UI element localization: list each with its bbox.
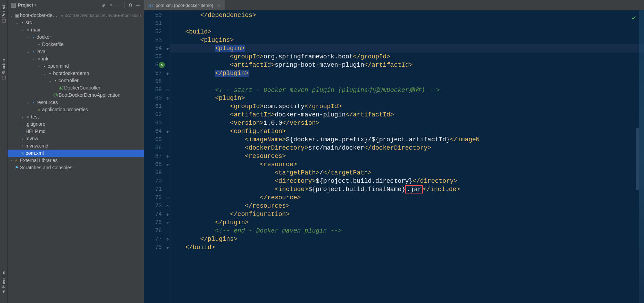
- file-tab-pom[interactable]: m pom.xml (boot-docker-demo) ×: [144, 0, 225, 10]
- editor-code[interactable]: ✔ </dependencies> <build> <plugins> <plu…: [170, 10, 644, 303]
- fold-icon[interactable]: ⊖: [166, 129, 169, 134]
- code-line[interactable]: <include>${project.build.finalName}.jar<…: [170, 185, 644, 193]
- code-line[interactable]: <plugin>: [170, 44, 644, 53]
- code-line[interactable]: <plugins>: [170, 36, 644, 44]
- code-line[interactable]: </resource>: [170, 193, 644, 202]
- tree-item[interactable]: ⏍External Libraries: [8, 157, 144, 164]
- fold-icon[interactable]: ⊖: [166, 204, 169, 208]
- tree-arrow-icon[interactable]: [26, 48, 30, 55]
- code-line[interactable]: <resources>: [170, 152, 644, 160]
- fold-icon[interactable]: ⊖: [166, 154, 169, 159]
- code-line[interactable]: </resources>: [170, 202, 644, 210]
- code-line[interactable]: <artifactId>docker-maven-plugin</artifac…: [170, 111, 644, 119]
- gutter-line[interactable]: 56↻: [144, 61, 170, 69]
- code-line[interactable]: [170, 77, 644, 86]
- fold-icon[interactable]: ⊖: [166, 245, 169, 250]
- tree-item[interactable]: ▫application.properties: [8, 106, 144, 113]
- code-line[interactable]: <directory>${project.build.directory}</d…: [170, 177, 644, 185]
- gutter-line[interactable]: 71: [144, 185, 170, 193]
- code-line[interactable]: </plugin>: [170, 218, 644, 227]
- gutter-line[interactable]: 60⊖: [144, 94, 170, 102]
- tree-item[interactable]: ▫.gitignore: [8, 121, 144, 128]
- gutter-line[interactable]: 73⊖: [144, 202, 170, 210]
- code-line[interactable]: </build>: [170, 243, 644, 252]
- fold-icon[interactable]: ⊖: [166, 88, 169, 92]
- gutter-line[interactable]: 62: [144, 111, 170, 119]
- tree-arrow-icon[interactable]: [26, 34, 30, 41]
- locate-icon[interactable]: ⊕: [100, 2, 106, 8]
- tree-arrow-icon[interactable]: [26, 99, 30, 106]
- tree-arrow-icon[interactable]: [9, 157, 14, 164]
- tree-item[interactable]: ▪docker: [8, 34, 144, 41]
- code-line[interactable]: <plugin>: [170, 94, 644, 102]
- tree-item[interactable]: ▫mvnw: [8, 135, 144, 142]
- tree-arrow-icon[interactable]: [14, 19, 19, 26]
- code-line[interactable]: [170, 19, 644, 28]
- gutter-line[interactable]: 66: [144, 144, 170, 152]
- code-line[interactable]: <!-- start - Docker maven plugin (plugin…: [170, 86, 644, 94]
- tree-item[interactable]: ▪main: [8, 26, 144, 34]
- gutter-line[interactable]: 51: [144, 19, 170, 28]
- gutter-line[interactable]: 76: [144, 227, 170, 235]
- gutter-line[interactable]: 68⊖: [144, 160, 170, 169]
- gutter-line[interactable]: 61: [144, 102, 170, 111]
- tree-item[interactable]: ▪java: [8, 48, 144, 55]
- hide-panel-icon[interactable]: —: [135, 2, 141, 8]
- code-line[interactable]: <!-- end - Docker maven plugin -->: [170, 227, 644, 235]
- code-line[interactable]: <groupId>com.spotify</groupId>: [170, 102, 644, 111]
- tree-item[interactable]: ⓒBootDockerDemoApplication: [8, 92, 144, 99]
- fold-icon[interactable]: ⊖: [166, 162, 169, 167]
- gutter-line[interactable]: 55: [144, 53, 170, 61]
- tree-arrow-icon[interactable]: [20, 113, 25, 121]
- fold-icon[interactable]: ⊖: [166, 237, 169, 242]
- close-tab-icon[interactable]: ×: [217, 2, 220, 8]
- tree-arrow-icon[interactable]: [42, 70, 47, 77]
- tree-item[interactable]: ▪src: [8, 19, 144, 26]
- code-line[interactable]: <configuration>: [170, 127, 644, 135]
- tree-item[interactable]: ▫mvnw.cmd: [8, 142, 144, 150]
- project-tree[interactable]: ▣boot-docker-demoE:\SoftDevWorkspace\Jav…: [8, 10, 144, 173]
- tree-item[interactable]: ▪test: [8, 113, 144, 121]
- tree-item[interactable]: ▣boot-docker-demoE:\SoftDevWorkspace\Jav…: [8, 12, 144, 19]
- gutter-line[interactable]: 69: [144, 169, 170, 177]
- tree-arrow-icon[interactable]: [9, 12, 14, 19]
- gutter-line[interactable]: 77⊖: [144, 235, 170, 243]
- tree-item[interactable]: ▫Dockerfile: [8, 41, 144, 48]
- gutter-line[interactable]: 58: [144, 77, 170, 86]
- gutter-line[interactable]: 50: [144, 11, 170, 19]
- gutter-line[interactable]: 63: [144, 119, 170, 127]
- tree-item[interactable]: ⓒDockerController: [8, 84, 144, 92]
- code-line[interactable]: </configuration>: [170, 210, 644, 218]
- fold-icon[interactable]: ⊖: [166, 220, 169, 225]
- side-tab-favorites[interactable]: ★Favorites: [1, 269, 7, 296]
- tree-arrow-icon[interactable]: [20, 26, 25, 34]
- code-line[interactable]: <targetPath>/</targetPath>: [170, 169, 644, 177]
- tree-item[interactable]: ▪openmind: [8, 63, 144, 70]
- gutter-line[interactable]: 70: [144, 177, 170, 185]
- tree-item[interactable]: ▪controller: [8, 77, 144, 84]
- tree-item[interactable]: mpom.xml: [8, 150, 144, 157]
- gutter-line[interactable]: 54⊖: [144, 44, 170, 53]
- code-line[interactable]: <groupId>org.springframework.boot</group…: [170, 53, 644, 61]
- tree-arrow-icon[interactable]: [37, 63, 41, 70]
- side-tab-structure[interactable]: Structure: [1, 56, 7, 82]
- collapse-all-icon[interactable]: ÷: [116, 2, 121, 8]
- code-line[interactable]: </plugins>: [170, 235, 644, 243]
- code-line[interactable]: <version>1.0.0</version>: [170, 119, 644, 127]
- gutter-line[interactable]: 74⊖: [144, 210, 170, 218]
- code-line[interactable]: <dockerDirectory>src/main/docker</docker…: [170, 144, 644, 152]
- code-line[interactable]: <artifactId>spring-boot-maven-plugin</ar…: [170, 61, 644, 69]
- gutter-line[interactable]: 75⊖: [144, 218, 170, 227]
- code-line[interactable]: </dependencies>: [170, 11, 644, 19]
- gutter-line[interactable]: 64⊖: [144, 127, 170, 135]
- gutter-line[interactable]: 53: [144, 36, 170, 44]
- tree-arrow-icon[interactable]: [48, 77, 52, 84]
- project-view-selector[interactable]: Project: [18, 2, 36, 8]
- gutter-line[interactable]: 57⊖: [144, 69, 170, 77]
- tree-item[interactable]: ▪ink: [8, 55, 144, 63]
- settings-icon[interactable]: ✿: [128, 2, 133, 8]
- code-line[interactable]: <imageName>${docker.image.prefix}/${proj…: [170, 135, 644, 144]
- gutter-line[interactable]: 52: [144, 28, 170, 36]
- gutter-line[interactable]: 67⊖: [144, 152, 170, 160]
- fold-icon[interactable]: ⊖: [166, 212, 169, 217]
